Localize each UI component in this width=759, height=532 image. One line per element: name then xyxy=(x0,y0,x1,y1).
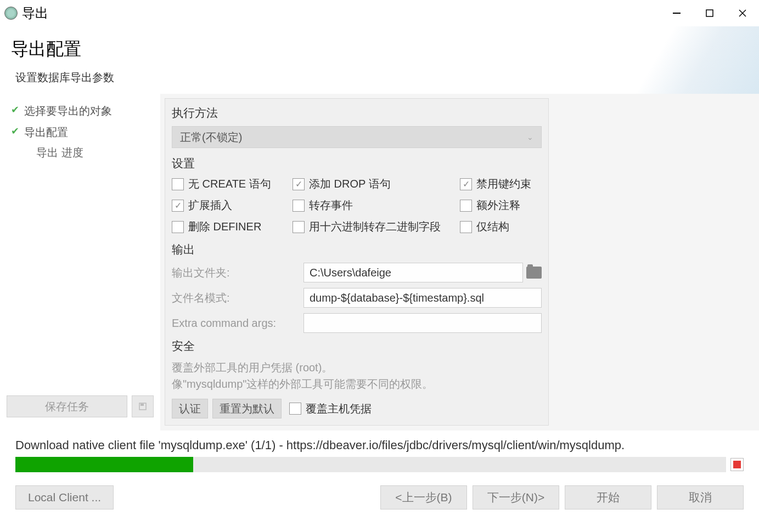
auth-button[interactable]: 认证 xyxy=(172,399,208,418)
download-text: Download native client file 'mysqldump.e… xyxy=(15,438,744,452)
check-no-create[interactable]: 无 CREATE 语句 xyxy=(172,177,287,191)
minimize-button[interactable] xyxy=(660,0,693,26)
sidebar-item-label: 导出配置 xyxy=(24,126,68,138)
sidebar-top: ✔ 选择要导出的对象 ✔ 导出配置 导出 进度 xyxy=(0,100,160,389)
checkbox-label: 扩展插入 xyxy=(188,198,232,213)
checkbox-label: 覆盖主机凭据 xyxy=(306,401,372,416)
method-label: 执行方法 xyxy=(172,105,542,121)
sidebar: ✔ 选择要导出的对象 ✔ 导出配置 导出 进度 保存任务 xyxy=(0,94,160,431)
minimize-icon xyxy=(673,13,681,14)
security-note-2: 像"mysqldump"这样的外部工具可能需要不同的权限。 xyxy=(172,378,433,390)
checkbox-icon xyxy=(460,221,472,233)
progress-row xyxy=(15,457,744,472)
sidebar-item-label: 选择要导出的对象 xyxy=(24,105,112,117)
checkbox-label: 仅结构 xyxy=(476,219,509,234)
save-icon xyxy=(138,402,147,411)
settings-grid: 无 CREATE 语句 添加 DROP 语句 禁用键约束 扩展插入 转存事件 xyxy=(172,177,542,234)
checkbox-label: 添加 DROP 语句 xyxy=(309,177,391,191)
checkbox-label: 无 CREATE 语句 xyxy=(188,177,271,191)
check-hex-binary[interactable]: 用十六进制转存二进制字段 xyxy=(293,219,454,234)
output-pattern-input[interactable] xyxy=(303,288,542,308)
sidebar-item-config[interactable]: ✔ 导出配置 xyxy=(0,122,160,143)
checkbox-icon xyxy=(460,178,472,190)
checkbox-icon xyxy=(172,221,184,233)
window-title: 导出 xyxy=(22,4,48,22)
security-label: 安全 xyxy=(172,338,542,354)
output-pattern-label: 文件名模式: xyxy=(172,291,297,305)
output-folder-wrap xyxy=(303,263,542,282)
output-pattern-wrap xyxy=(303,288,542,308)
check-dump-events[interactable]: 转存事件 xyxy=(293,198,454,213)
main: ✔ 选择要导出的对象 ✔ 导出配置 导出 进度 保存任务 执行方法 正常(不锁定… xyxy=(0,94,759,431)
footer: Local Client ... <上一步(B) 下一步(N)> 开始 取消 xyxy=(0,485,759,520)
svg-rect-1 xyxy=(706,10,713,16)
output-pattern-row: 文件名模式: xyxy=(172,288,542,308)
download-area: Download native client file 'mysqldump.e… xyxy=(0,431,759,472)
content: 执行方法 正常(不锁定) ⌄ 设置 无 CREATE 语句 添加 DROP 语句 xyxy=(160,94,759,431)
checkbox-icon xyxy=(293,200,305,212)
check-structure-only[interactable]: 仅结构 xyxy=(460,219,542,234)
save-task-button[interactable]: 保存任务 xyxy=(7,395,127,417)
check-add-drop[interactable]: 添加 DROP 语句 xyxy=(293,177,454,191)
save-task-icon-button[interactable] xyxy=(132,395,154,417)
output-label: 输出 xyxy=(172,242,542,257)
maximize-button[interactable] xyxy=(693,0,726,26)
start-button[interactable]: 开始 xyxy=(565,485,651,510)
maximize-icon xyxy=(706,9,713,17)
check-override-host[interactable]: 覆盖主机凭据 xyxy=(289,401,372,416)
checkbox-icon xyxy=(172,178,184,190)
sidebar-bottom: 保存任务 xyxy=(0,389,160,424)
sidebar-sub-progress[interactable]: 导出 进度 xyxy=(0,143,160,162)
title-left: 导出 xyxy=(4,4,48,22)
back-button[interactable]: <上一步(B) xyxy=(380,485,467,510)
local-client-button[interactable]: Local Client ... xyxy=(15,485,114,510)
check-icon: ✔ xyxy=(11,125,19,137)
close-button[interactable] xyxy=(726,0,759,26)
app-icon xyxy=(4,7,18,20)
chevron-down-icon: ⌄ xyxy=(527,133,533,142)
output-folder-label: 输出文件夹: xyxy=(172,265,297,280)
header: 导出配置 设置数据库导出参数 xyxy=(0,26,759,94)
checkbox-label: 删除 DEFINER xyxy=(188,219,261,234)
check-extra-comments[interactable]: 额外注释 xyxy=(460,198,542,213)
security-note: 覆盖外部工具的用户凭据 (root)。 像"mysqldump"这样的外部工具可… xyxy=(172,359,542,392)
checkbox-label: 禁用键约束 xyxy=(476,177,531,191)
checkbox-label: 用十六进制转存二进制字段 xyxy=(309,219,441,234)
method-selected: 正常(不锁定) xyxy=(180,130,242,145)
svg-rect-0 xyxy=(673,13,681,14)
cancel-button[interactable]: 取消 xyxy=(657,485,744,510)
check-icon: ✔ xyxy=(11,104,19,116)
window-controls xyxy=(660,0,759,26)
progress-bar xyxy=(15,457,726,472)
method-dropdown[interactable]: 正常(不锁定) ⌄ xyxy=(172,126,542,148)
checkbox-label: 额外注释 xyxy=(476,198,520,213)
output-extra-row: Extra command args: xyxy=(172,313,542,333)
check-disable-keys[interactable]: 禁用键约束 xyxy=(460,177,542,191)
title-bar: 导出 xyxy=(0,0,759,26)
page-title: 导出配置 xyxy=(11,37,748,61)
folder-icon[interactable] xyxy=(526,267,542,279)
security-note-1: 覆盖外部工具的用户凭据 (root)。 xyxy=(172,361,333,373)
settings-label: 设置 xyxy=(172,156,542,171)
checkbox-label: 转存事件 xyxy=(309,198,353,213)
next-button[interactable]: 下一步(N)> xyxy=(473,485,559,510)
security-row: 认证 重置为默认 覆盖主机凭据 xyxy=(172,399,542,418)
checkbox-icon xyxy=(289,403,301,415)
footer-left: Local Client ... xyxy=(15,485,375,510)
check-extended-insert[interactable]: 扩展插入 xyxy=(172,198,287,213)
sidebar-item-objects[interactable]: ✔ 选择要导出的对象 xyxy=(0,100,160,122)
reset-default-button[interactable]: 重置为默认 xyxy=(212,399,282,418)
page-subtitle: 设置数据库导出参数 xyxy=(11,70,748,85)
output-folder-row: 输出文件夹: xyxy=(172,263,542,282)
stop-button[interactable] xyxy=(730,458,744,471)
checkbox-icon xyxy=(293,178,305,190)
output-extra-input[interactable] xyxy=(303,313,542,333)
check-remove-definer[interactable]: 删除 DEFINER xyxy=(172,219,287,234)
progress-fill xyxy=(15,457,193,472)
svg-rect-5 xyxy=(140,404,144,406)
close-icon xyxy=(739,9,746,17)
output-folder-input[interactable] xyxy=(303,263,523,282)
stop-icon xyxy=(733,461,741,468)
checkbox-icon xyxy=(460,200,472,212)
checkbox-icon xyxy=(293,221,305,233)
